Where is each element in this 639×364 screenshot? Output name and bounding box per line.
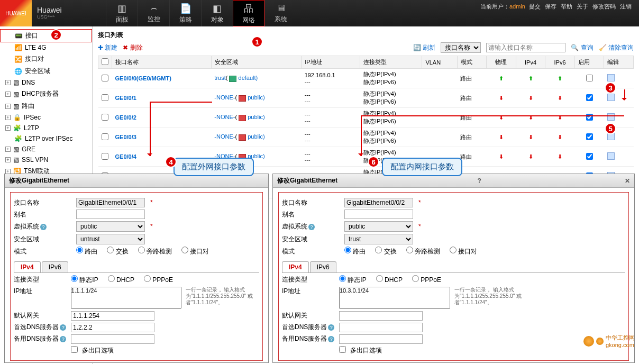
top-link-修改密码[interactable]: 修改密码: [592, 3, 616, 10]
nav-策略[interactable]: 📄策略: [169, 0, 201, 26]
expand-icon[interactable]: +: [5, 147, 11, 152]
interface-link[interactable]: GE0/0/2: [115, 114, 136, 121]
help-icon[interactable]: ?: [328, 324, 334, 331]
sidebar-item-安全区域[interactable]: 🌐安全区域: [0, 65, 92, 77]
expand-icon[interactable]: +: [5, 115, 11, 120]
conn-option[interactable]: DHCP: [108, 276, 134, 284]
close-icon[interactable]: ✕: [625, 177, 630, 185]
delete-button[interactable]: ✖ 删除: [123, 43, 142, 52]
dns1-input[interactable]: [339, 323, 423, 332]
mode-option[interactable]: 交换: [375, 248, 396, 255]
refresh-button[interactable]: 🔄 刷新: [413, 43, 435, 52]
select-all-checkbox[interactable]: [102, 58, 108, 65]
gw-input[interactable]: [339, 311, 423, 321]
edit-icon[interactable]: [607, 113, 615, 121]
conn-option[interactable]: DHCP: [376, 276, 403, 284]
help-icon[interactable]: ?: [478, 177, 481, 185]
row-checkbox[interactable]: [102, 94, 108, 101]
enable-checkbox[interactable]: [586, 153, 593, 160]
interface-link[interactable]: GE0/0/3: [115, 134, 136, 140]
conn-option[interactable]: 静态IP: [71, 276, 98, 284]
dns2-input[interactable]: [339, 334, 423, 344]
expand-icon[interactable]: +: [5, 169, 11, 174]
sidebar-item-接口对[interactable]: 🔀接口对: [0, 53, 92, 65]
tab-ipv4[interactable]: IPv4: [14, 261, 41, 272]
expand-icon[interactable]: +: [5, 125, 11, 131]
expand-icon[interactable]: +: [5, 92, 11, 97]
edit-icon[interactable]: [607, 74, 615, 81]
alias-input[interactable]: [344, 210, 413, 219]
mode-option[interactable]: 旁路检测: [138, 248, 172, 255]
help-icon[interactable]: ?: [40, 224, 47, 230]
enable-checkbox[interactable]: [586, 133, 593, 140]
enable-checkbox[interactable]: [586, 114, 593, 121]
sidebar-item-IPSec[interactable]: +🔒IPSec: [0, 112, 92, 123]
ip-textarea[interactable]: 10.3.0.1/24: [339, 287, 450, 309]
row-checkbox[interactable]: [102, 133, 108, 140]
tab-ipv6[interactable]: IPv6: [310, 261, 336, 272]
edit-icon[interactable]: [607, 152, 615, 160]
mode-option[interactable]: 旁路检测: [406, 248, 440, 255]
expand-icon[interactable]: +: [5, 157, 11, 162]
mode-option[interactable]: 接口对: [181, 248, 209, 255]
expand-icon[interactable]: +: [5, 80, 11, 85]
top-link-提交[interactable]: 提交: [529, 3, 541, 10]
edit-icon[interactable]: [607, 94, 615, 101]
new-button[interactable]: ✚ 新建: [98, 43, 117, 52]
sidebar-item-路由[interactable]: +▧路由: [0, 100, 92, 112]
interface-link[interactable]: GE0/0/1: [115, 95, 136, 101]
sidebar-item-L2TP over IPSec[interactable]: 🧩L2TP over IPSec: [0, 133, 92, 144]
interface-link[interactable]: GE0/0/4: [115, 153, 136, 160]
mode-option[interactable]: 路由: [76, 248, 97, 255]
tab-ipv6[interactable]: IPv6: [42, 261, 68, 272]
help-icon[interactable]: ?: [308, 224, 315, 230]
filter-input[interactable]: [486, 43, 565, 52]
vsys-select[interactable]: public: [344, 221, 413, 232]
top-link-注销[interactable]: 注销: [620, 3, 632, 10]
mode-option[interactable]: 接口对: [450, 248, 477, 255]
mode-option[interactable]: 交换: [107, 248, 128, 255]
conn-option[interactable]: PPPoE: [144, 276, 173, 284]
clear-query-button[interactable]: 🧹 清除查询: [599, 43, 634, 52]
row-checkbox[interactable]: [102, 75, 108, 81]
vsys-select[interactable]: public: [76, 221, 145, 232]
row-checkbox[interactable]: [102, 114, 108, 121]
alias-input[interactable]: [76, 210, 145, 219]
sidebar-item-GRE[interactable]: +▧GRE: [0, 144, 92, 154]
help-icon[interactable]: ?: [328, 336, 334, 342]
tab-ipv4[interactable]: IPv4: [282, 261, 309, 272]
multi-exit-checkbox[interactable]: [71, 346, 78, 353]
query-button[interactable]: 🔍 查询: [571, 43, 593, 52]
filter-field-select[interactable]: 接口名称: [441, 42, 481, 53]
gw-input[interactable]: [71, 311, 154, 321]
nav-面板[interactable]: ▥面板: [106, 0, 138, 26]
conn-option[interactable]: PPPoE: [412, 276, 441, 284]
sidebar-item-接口[interactable]: 📟接口: [0, 29, 92, 42]
interface-link[interactable]: GE0/0/0(GE0/MGMT): [115, 75, 171, 81]
row-checkbox[interactable]: [102, 153, 108, 160]
nav-网络[interactable]: 品网络: [233, 0, 264, 26]
nav-对象[interactable]: ◧对象: [201, 0, 233, 26]
sidebar-item-LTE 4G[interactable]: 📶LTE 4G: [0, 42, 92, 53]
nav-监控[interactable]: ⌢监控: [138, 0, 169, 26]
help-icon[interactable]: ?: [60, 324, 66, 331]
sidebar-item-DHCP服务器[interactable]: +▧DHCP服务器: [0, 88, 92, 100]
mode-option[interactable]: 路由: [344, 248, 366, 255]
nav-系统[interactable]: 🖥系统: [264, 0, 296, 26]
ip-textarea[interactable]: 1.1.1.1/24: [71, 287, 181, 309]
dns1-input[interactable]: [71, 323, 154, 332]
expand-icon[interactable]: +: [5, 104, 11, 109]
enable-checkbox[interactable]: [586, 75, 593, 81]
sidebar-item-DNS[interactable]: +▧DNS: [0, 77, 92, 88]
multi-exit-checkbox[interactable]: [339, 346, 346, 353]
top-link-帮助[interactable]: 帮助: [561, 3, 572, 10]
sidebar-item-L2TP[interactable]: +🧩L2TP: [0, 123, 92, 133]
top-link-关于[interactable]: 关于: [577, 3, 588, 10]
zone-select[interactable]: untrust: [76, 234, 145, 244]
help-icon[interactable]: ?: [60, 336, 66, 342]
conn-option[interactable]: 静态IP: [339, 276, 367, 284]
enable-checkbox[interactable]: [586, 94, 593, 101]
zone-select[interactable]: trust: [344, 234, 413, 244]
sidebar-item-SSL VPN[interactable]: +▧SSL VPN: [0, 154, 92, 165]
dns2-input[interactable]: [71, 334, 154, 344]
